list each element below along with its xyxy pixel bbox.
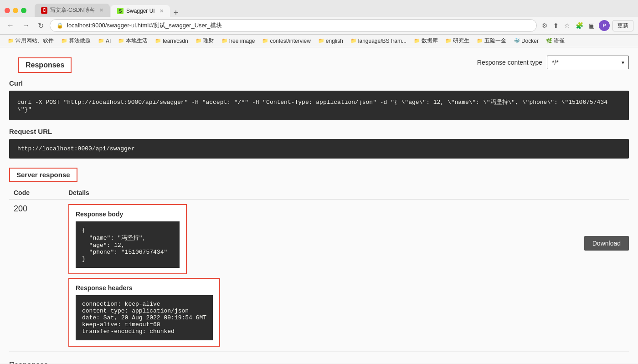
folder-icon: 📁 [350, 38, 357, 44]
bookmark-item[interactable]: 📁 本地生活 [115, 36, 151, 46]
response-headers-code: connection: keep-alive content-type: app… [76, 295, 213, 340]
response-content-type-select[interactable]: */* application/json text/plain [547, 56, 629, 69]
response-body-code: { "name": "冯坚持", "age": 12, "phone": "15… [76, 221, 180, 268]
code-column-header: Code [9, 186, 64, 200]
folder-icon: 📁 [221, 38, 228, 44]
bookmark-label: Docker [521, 38, 539, 44]
bottom-responses-title: Responses [9, 361, 629, 364]
bookmark-label: 常用网站、软件 [15, 37, 54, 45]
bookmark-label: 五险一金 [484, 37, 506, 45]
folder-icon: 📁 [414, 38, 420, 44]
curl-label: Curl [0, 79, 638, 87]
request-url-block: http://localhost:9000/api/swagger [9, 139, 629, 159]
response-headers-title: Response headers [76, 284, 213, 292]
folder-icon: 📁 [445, 38, 452, 44]
folder-icon: 📁 [262, 38, 268, 44]
bookmark-item[interactable]: 📁 AI [95, 37, 114, 45]
bookmark-label: learn/csdn [163, 38, 188, 44]
traffic-lights [5, 8, 26, 13]
bookmark-label: 本地生活 [126, 37, 148, 45]
tab-swagger[interactable]: S Swagger UI ✕ [111, 5, 170, 17]
table-row: 200 Response body { "name": "冯坚持", "age"… [9, 200, 629, 352]
bookmark-label: language/BS fram... [358, 38, 406, 44]
main-content: Responses Response content type */* appl… [0, 47, 638, 364]
bookmark-item[interactable]: 📁 数据库 [411, 36, 441, 46]
profile-avatar[interactable]: P [599, 20, 610, 31]
bookmark-item[interactable]: 📁 language/BS fram... [347, 37, 410, 45]
tab-swagger-label: Swagger UI [126, 8, 155, 14]
details-column-header: Details [64, 186, 629, 200]
response-content-type-wrapper: */* application/json text/plain [547, 56, 629, 69]
folder-icon: 📁 [8, 38, 14, 44]
bottom-responses-section: Responses Code Description [0, 356, 638, 364]
address-bar[interactable]: 🔒 localhost:9000/swagger-ui.html#/测试_swa… [50, 19, 537, 32]
details-cell: Response body { "name": "冯坚持", "age": 12… [64, 200, 629, 352]
lock-icon: 🔒 [57, 22, 63, 29]
bookmark-icon[interactable]: ☆ [563, 21, 571, 31]
tab-swagger-close[interactable]: ✕ [160, 8, 164, 14]
minimize-window-button[interactable] [13, 8, 18, 13]
folder-icon: 📁 [318, 38, 324, 44]
bookmark-label: 研究生 [453, 37, 469, 45]
bookmark-item[interactable]: 📁 理财 [192, 36, 217, 46]
responses-section-title: Responses [18, 57, 72, 73]
download-button[interactable]: Download [584, 236, 629, 251]
bookmark-item[interactable]: 📁 contest/interview [259, 37, 314, 45]
folder-icon: 🐳 [514, 38, 520, 44]
tab-bar: C 写文章-CSDN博客 ✕ S Swagger UI ✕ + [35, 4, 633, 17]
extensions-icon[interactable]: ⚙ [540, 21, 549, 31]
bookmark-label: 语雀 [554, 37, 565, 45]
response-content-type-label: Response content type [477, 59, 542, 66]
curl-code-block: curl -X POST "http://localhost:9000/api/… [9, 91, 629, 120]
close-window-button[interactable] [5, 8, 10, 13]
folder-icon: 📁 [61, 38, 67, 44]
folder-icon: 📁 [196, 38, 202, 44]
navigation-bar: ← → ↻ 🔒 localhost:9000/swagger-ui.html#/… [0, 17, 638, 35]
folder-icon: 📁 [155, 38, 161, 44]
bookmark-item[interactable]: 📁 free image [218, 37, 258, 45]
bookmark-item[interactable]: 📁 五险一金 [473, 36, 509, 46]
back-button[interactable]: ← [5, 21, 16, 31]
bookmark-label: AI [106, 38, 111, 44]
bookmark-label: 理财 [203, 37, 214, 45]
server-response-title: Server response [9, 168, 77, 182]
update-button[interactable]: 更新 [612, 20, 633, 31]
swagger-tab-icon: S [117, 8, 123, 14]
sidebar-icon[interactable]: ▣ [587, 21, 596, 31]
bookmark-label: 算法做题 [69, 37, 91, 45]
bookmark-item[interactable]: 🌿 语雀 [543, 36, 568, 46]
bookmark-item[interactable]: 📁 研究生 [442, 36, 473, 46]
csdn-tab-icon: C [41, 7, 47, 14]
server-response-table: Code Details 200 Response body { "name":… [9, 186, 629, 352]
tab-csdn[interactable]: C 写文章-CSDN博客 ✕ [35, 4, 110, 17]
bookmark-item[interactable]: 📁 learn/csdn [152, 37, 191, 45]
folder-icon: 📁 [98, 38, 104, 44]
folder-icon: 📁 [477, 38, 483, 44]
bookmark-label: 数据库 [422, 37, 438, 45]
address-text: localhost:9000/swagger-ui.html#/测试_swagg… [67, 21, 222, 30]
bookmark-item[interactable]: 🐳 Docker [510, 37, 542, 45]
tab-csdn-close[interactable]: ✕ [99, 7, 103, 13]
bookmarks-bar: 📁 常用网站、软件 📁 算法做题 📁 AI 📁 本地生活 📁 learn/csd… [0, 35, 638, 47]
extensions-puzzle-icon[interactable]: 🧩 [574, 21, 585, 31]
maximize-window-button[interactable] [21, 8, 26, 13]
share-icon[interactable]: ⬆ [552, 21, 560, 31]
response-headers-box: Response headers connection: keep-alive … [68, 278, 220, 347]
forward-button[interactable]: → [20, 21, 32, 31]
bookmark-label: free image [229, 38, 255, 44]
nav-icons: ⚙ ⬆ ☆ 🧩 ▣ P 更新 [540, 20, 633, 31]
folder-icon: 📁 [118, 38, 124, 44]
bookmark-label: english [326, 38, 343, 44]
folder-icon: 🌿 [546, 38, 552, 44]
response-body-title: Response body [76, 210, 180, 218]
bookmark-item[interactable]: 📁 常用网站、软件 [5, 36, 57, 46]
response-code: 200 [9, 200, 64, 352]
bookmark-label: contest/interview [270, 38, 310, 44]
reload-button[interactable]: ↻ [36, 21, 46, 31]
bookmark-item[interactable]: 📁 english [315, 37, 346, 45]
new-tab-button[interactable]: + [174, 9, 179, 17]
tab-csdn-label: 写文章-CSDN博客 [50, 6, 95, 14]
response-body-box: Response body { "name": "冯坚持", "age": 12… [68, 204, 187, 274]
request-url-label: Request URL [0, 128, 638, 135]
bookmark-item[interactable]: 📁 算法做题 [58, 36, 94, 46]
